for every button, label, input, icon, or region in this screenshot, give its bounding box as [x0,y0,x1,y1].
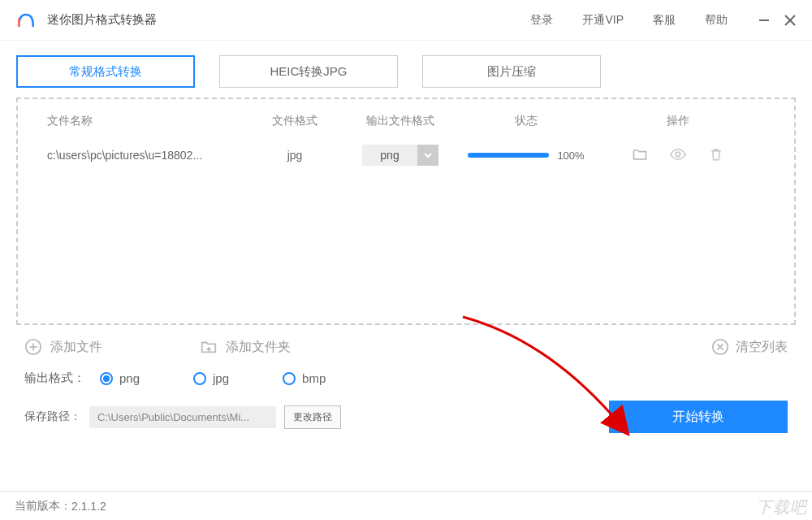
radio-jpg[interactable]: jpg [193,371,229,385]
open-folder-button[interactable] [632,146,648,165]
add-folder-label: 添加文件夹 [226,339,291,356]
titlebar: 迷你图片格式转换器 登录 开通VIP 客服 帮助 [0,0,812,41]
chevron-down-icon [417,145,438,166]
radio-png[interactable]: png [100,371,140,385]
minimize-button[interactable] [757,13,771,28]
clear-icon [711,338,729,356]
svg-point-3 [676,152,680,157]
clear-list-button[interactable]: 清空列表 [711,338,788,356]
cell-format: jpg [250,149,339,162]
header-output: 输出文件格式 [339,114,461,128]
output-format-label: 输出格式： [24,370,85,386]
save-path-input[interactable]: C:\Users\Public\Documents\Mi... [89,406,276,428]
tabs: 常规格式转换 HEIC转换JPG 图片压缩 [16,55,796,88]
preview-button[interactable] [669,145,687,166]
minimize-icon [758,14,771,27]
nav-links: 登录 开通VIP 客服 帮助 [530,13,728,28]
app-logo-icon [15,9,37,32]
eye-icon [669,145,687,163]
folder-icon [632,146,648,162]
progress-text: 100% [557,150,584,162]
add-folder-button[interactable]: 添加文件夹 [200,338,291,356]
file-drop-area[interactable]: 文件名称 文件格式 输出文件格式 状态 操作 c:\users\pc\pictu… [16,98,796,325]
nav-vip[interactable]: 开通VIP [582,13,624,28]
nav-login[interactable]: 登录 [530,13,553,28]
cell-filename: c:\users\pc\pictures\u=18802... [47,149,250,162]
table-header-row: 文件名称 文件格式 输出文件格式 状态 操作 [18,99,794,140]
radio-icon [100,372,113,385]
app-window: 迷你图片格式转换器 登录 开通VIP 客服 帮助 常规格式转换 HEIC转换JP… [0,0,812,520]
header-format: 文件格式 [250,114,339,128]
output-format-row: 输出格式： png jpg bmp [16,364,796,392]
change-path-button[interactable]: 更改路径 [284,405,341,429]
nav-help[interactable]: 帮助 [705,13,728,28]
start-convert-button[interactable]: 开始转换 [609,401,788,433]
trash-icon [708,146,724,162]
clear-list-label: 清空列表 [736,339,788,356]
version-value: 2.1.1.2 [71,500,106,513]
radio-bmp-label: bmp [302,371,326,385]
radio-icon [193,372,206,385]
save-path-label: 保存路径： [24,410,81,424]
radio-jpg-label: jpg [213,371,229,385]
header-ops: 操作 [591,114,765,128]
add-file-label: 添加文件 [50,339,102,356]
version-label: 当前版本： [15,499,71,514]
action-row: 添加文件 添加文件夹 清空列表 [16,325,796,364]
tab-normal-convert[interactable]: 常规格式转换 [16,55,195,88]
tab-heic-to-jpg[interactable]: HEIC转换JPG [219,55,398,88]
main-content: 常规格式转换 HEIC转换JPG 图片压缩 文件名称 文件格式 输出文件格式 状… [0,41,812,441]
add-file-button[interactable]: 添加文件 [24,338,102,356]
cell-ops [591,145,765,166]
app-title: 迷你图片格式转换器 [47,12,157,28]
header-filename: 文件名称 [47,114,250,128]
progress-bar [468,153,549,158]
radio-png-label: png [119,371,140,385]
table-row: c:\users\pc\pictures\u=18802... jpg png … [18,140,794,171]
delete-button[interactable] [708,146,724,165]
nav-service[interactable]: 客服 [653,13,676,28]
header-status: 状态 [461,114,591,128]
close-button[interactable] [783,13,797,28]
save-path-row: 保存路径： C:\Users\Public\Documents\Mi... 更改… [16,392,796,441]
cell-status: 100% [461,150,591,162]
plus-circle-icon [24,338,42,356]
tab-compress[interactable]: 图片压缩 [422,55,601,88]
output-format-select[interactable]: png [362,145,438,166]
output-format-value: png [362,149,417,162]
footer: 当前版本： 2.1.1.2 [0,491,812,520]
radio-icon [283,372,296,385]
cell-output-format: png [339,145,461,166]
folder-plus-icon [200,338,218,356]
close-icon [784,14,797,27]
radio-bmp[interactable]: bmp [283,371,326,385]
